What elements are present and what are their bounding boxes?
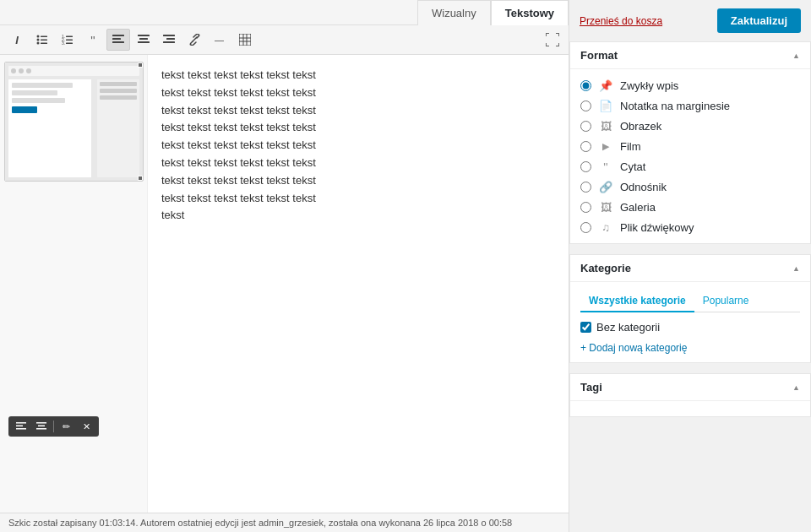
svg-rect-1 (41, 36, 47, 38)
format-radio-video[interactable] (580, 141, 591, 152)
format-option-gallery[interactable]: 🖼 Galeria (580, 199, 800, 214)
svg-rect-32 (36, 428, 46, 430)
format-options: 📌 Zwykły wpis 📄 Notatka na marginesie 🖼 … (580, 78, 800, 235)
image-preview-inner (5, 62, 143, 181)
tagi-collapse-button[interactable] (792, 383, 800, 392)
format-option-quote[interactable]: " Cytat (580, 159, 800, 174)
format-box-title: Format (580, 49, 618, 62)
format-option-video[interactable]: ▶ Film (580, 138, 800, 154)
trash-button[interactable]: Przenieś do kosza (580, 15, 662, 27)
blockquote-button[interactable]: " (81, 29, 105, 51)
format-option-aside[interactable]: 📄 Notatka na marginesie (580, 98, 800, 113)
category-checkbox-bez[interactable] (580, 322, 591, 333)
tagi-box: Tagi (569, 373, 811, 417)
format-radio-image[interactable] (580, 121, 591, 132)
editor-image-overlay: ✏ ✕ (0, 55, 148, 513)
main-layout: Wizualny Tekstowy I 1. (0, 0, 811, 532)
svg-rect-19 (166, 38, 175, 40)
sidebar: Przenieś do kosza Zaktualizuj Format 📌 Z… (569, 0, 811, 532)
svg-rect-13 (112, 38, 121, 40)
resize-handle-br[interactable] (138, 176, 143, 181)
format-icon-aside: 📄 (598, 98, 613, 113)
unordered-list-button[interactable] (30, 29, 54, 51)
image-align-center-icon (36, 422, 46, 431)
align-left-button[interactable] (106, 29, 130, 51)
format-radio-standard[interactable] (580, 80, 591, 91)
format-option-standard[interactable]: 📌 Zwykły wpis (580, 78, 800, 93)
tab-tekstowy[interactable]: Tekstowy (491, 0, 569, 25)
format-option-link[interactable]: 🔗 Odnośnik (580, 179, 800, 194)
format-label-gallery: Galeria (620, 201, 656, 214)
image-align-center-button[interactable] (32, 418, 51, 435)
category-item-bez[interactable]: Bez kategorii (580, 319, 800, 335)
align-center-icon (138, 35, 150, 45)
editor-text-area[interactable]: tekst tekst tekst tekst tekst tekst teks… (148, 55, 569, 513)
table-icon (239, 34, 251, 46)
format-option-audio[interactable]: ♫ Plik dźwiękowy (580, 220, 800, 235)
svg-rect-18 (163, 35, 175, 36)
align-right-button[interactable] (157, 29, 181, 51)
tab-wizualny[interactable]: Wizualny (417, 0, 491, 25)
fullscreen-button[interactable] (542, 29, 563, 51)
format-radio-aside[interactable] (580, 100, 591, 111)
align-right-icon (163, 35, 175, 45)
align-center-button[interactable] (132, 29, 155, 51)
format-icon-video: ▶ (598, 138, 613, 154)
format-icon-audio: ♫ (598, 220, 613, 235)
status-text: Szkic został zapisany 01:03:14. Autorem … (8, 518, 512, 528)
category-label-bez: Bez kategorii (596, 321, 660, 334)
format-label-standard: Zwykły wpis (620, 79, 678, 92)
kategorie-collapse-button[interactable] (792, 263, 800, 273)
svg-rect-28 (16, 426, 23, 427)
image-edit-button[interactable]: ✏ (57, 418, 75, 435)
svg-rect-14 (112, 41, 124, 43)
table-button[interactable] (233, 29, 257, 51)
editor-panel: Wizualny Tekstowy I 1. (0, 0, 569, 532)
ordered-list-button[interactable]: 1. 2. 3. (56, 29, 79, 51)
link-icon (188, 34, 201, 46)
link-button[interactable] (182, 29, 206, 51)
format-radio-audio[interactable] (580, 222, 591, 233)
format-label-audio: Plik dźwiękowy (620, 221, 694, 234)
format-collapse-button[interactable] (792, 51, 800, 60)
image-preview-box (4, 62, 144, 182)
more-button[interactable]: — (208, 29, 231, 51)
fullscreen-icon (546, 33, 559, 46)
format-box-content: 📌 Zwykły wpis 📄 Notatka na marginesie 🖼 … (570, 69, 810, 243)
format-label-video: Film (620, 140, 641, 153)
format-box-header: Format (570, 42, 810, 69)
update-button[interactable]: Zaktualizuj (717, 8, 801, 33)
image-toolbar-sep (53, 421, 54, 432)
format-radio-gallery[interactable] (580, 202, 591, 213)
svg-rect-17 (138, 41, 150, 43)
image-align-left-button[interactable] (12, 418, 30, 435)
category-tab-all[interactable]: Wszystkie kategorie (580, 290, 694, 312)
format-radio-quote[interactable] (580, 161, 591, 172)
svg-rect-15 (138, 35, 150, 36)
svg-point-0 (37, 35, 40, 38)
italic-button[interactable]: I (5, 29, 29, 51)
status-bar: Szkic został zapisany 01:03:14. Autorem … (0, 513, 569, 532)
image-remove-button[interactable]: ✕ (77, 418, 95, 435)
editor-toolbar: I 1. 2. 3. (0, 25, 569, 55)
svg-rect-16 (139, 38, 148, 40)
img-sim-content (8, 79, 91, 177)
format-label-aside: Notatka na marginesie (620, 100, 730, 112)
kategorie-box-title: Kategorie (580, 262, 631, 274)
kategorie-box-header: Kategorie (570, 255, 810, 282)
resize-handle-tr[interactable] (138, 62, 143, 68)
align-left-icon (112, 35, 124, 45)
svg-rect-27 (16, 422, 26, 424)
add-category-link[interactable]: + Dodaj nową kategorię (580, 342, 800, 354)
category-tab-popular[interactable]: Popularne (694, 290, 758, 312)
kategorie-box: Kategorie Wszystkie kategorie Popularne … (569, 254, 811, 363)
format-radio-link[interactable] (580, 182, 591, 193)
unordered-list-icon (36, 34, 48, 46)
sidebar-actions: Przenieś do kosza Zaktualizuj (569, 0, 811, 41)
img-sim-sidebar (97, 79, 139, 177)
svg-line-21 (193, 37, 197, 41)
tagi-box-header: Tagi (570, 374, 810, 401)
svg-point-2 (37, 39, 40, 41)
svg-rect-30 (36, 422, 46, 424)
format-option-image[interactable]: 🖼 Obrazek (580, 118, 800, 133)
